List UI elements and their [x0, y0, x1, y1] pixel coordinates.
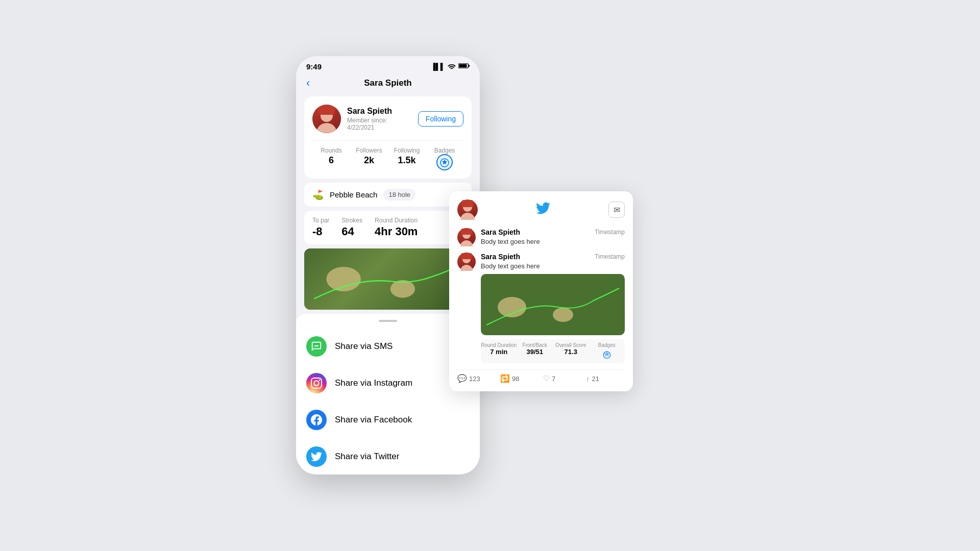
- tweet-stat-score: Overall Score 71.3: [553, 342, 589, 360]
- tweet-stats-bar: Round Duration 7 min Front/Back 39/51 Ov…: [481, 339, 625, 363]
- tweet-share-action[interactable]: ↑ 21: [586, 374, 625, 383]
- tweet2-name: Sara Spieth: [481, 253, 520, 261]
- tweet2-timestamp: Timestamp: [595, 253, 625, 260]
- twitter-card-header: ✉: [457, 199, 625, 220]
- comment-count: 123: [469, 375, 480, 383]
- svg-point-24: [498, 297, 526, 317]
- sms-label: Share via SMS: [335, 341, 393, 352]
- mail-icon[interactable]: ✉: [608, 202, 625, 218]
- battery-icon: [458, 63, 470, 70]
- like-icon: ♡: [543, 374, 550, 383]
- svg-point-3: [316, 123, 337, 133]
- sms-icon: [306, 336, 327, 357]
- stat-rounds: Rounds 6: [312, 147, 350, 170]
- share-twitter-item[interactable]: Share via Twitter: [296, 438, 480, 474]
- status-time: 9:49: [306, 62, 322, 71]
- course-bar: ⛳ Pebble Beach 18 hole: [304, 183, 472, 207]
- twitter-label: Share via Twitter: [335, 452, 399, 462]
- badge-icon: 5: [436, 154, 453, 170]
- profile-name: Sara Spieth: [347, 107, 412, 116]
- tweet-like-action[interactable]: ♡ 7: [543, 374, 582, 383]
- profile-info: Sara Spieth Member since: 4/22/2021: [347, 107, 412, 131]
- sheet-handle: [379, 320, 397, 322]
- following-button[interactable]: Following: [418, 111, 463, 127]
- instagram-label: Share via Instagram: [335, 378, 412, 388]
- signal-icon: ▐▌▌: [431, 63, 445, 70]
- share-icon: ↑: [586, 374, 590, 383]
- tweet-stat-duration: Round Duration 7 min: [481, 342, 517, 360]
- tweet2-body: Body text goes here: [481, 262, 625, 270]
- comment-icon: 💬: [457, 374, 467, 383]
- retweet-count: 98: [512, 375, 519, 383]
- svg-point-17: [460, 240, 473, 246]
- stats-row: Rounds 6 Followers 2k Following 1.5k Bad…: [312, 140, 463, 170]
- twitter-preview-card: ✉ Sara Spieth Timestamp Body text goes h…: [449, 191, 633, 391]
- wifi-icon: [448, 63, 456, 70]
- tweet-stat-badges: Badges 9: [589, 342, 625, 360]
- stat-duration: Round Duration 4hr 30m: [375, 217, 418, 238]
- svg-point-11: [314, 345, 316, 347]
- svg-text:9: 9: [606, 353, 607, 356]
- svg-point-13: [317, 345, 318, 347]
- tweet-1: Sara Spieth Timestamp Body text goes her…: [457, 228, 625, 246]
- svg-rect-16: [461, 200, 474, 207]
- tweet1-timestamp: Timestamp: [595, 229, 625, 236]
- twitter-share-icon: [306, 446, 327, 467]
- svg-point-20: [460, 265, 473, 271]
- retweet-icon: 🔁: [500, 374, 510, 383]
- stat-to-par: To par -8: [312, 217, 329, 238]
- status-icons: ▐▌▌: [431, 63, 470, 70]
- svg-rect-19: [461, 229, 472, 235]
- stat-badges: Badges 5: [426, 147, 463, 170]
- svg-point-14: [460, 213, 475, 220]
- round-stats: To par -8 Strokes 64 Round Duration 4hr …: [304, 211, 472, 244]
- tweet2-content: Sara Spieth Timestamp Body text goes her…: [481, 253, 625, 363]
- svg-point-9: [326, 267, 361, 291]
- share-count: 21: [592, 375, 599, 383]
- tweet1-content: Sara Spieth Timestamp Body text goes her…: [481, 228, 625, 246]
- instagram-icon: [306, 373, 327, 393]
- facebook-icon: [306, 410, 327, 430]
- tweet1-avatar: [457, 228, 476, 246]
- svg-rect-1: [469, 65, 470, 67]
- facebook-label: Share via Facebook: [335, 415, 412, 425]
- stat-strokes: Strokes 64: [341, 217, 362, 238]
- tweet1-body: Body text goes here: [481, 238, 625, 245]
- tweet-map-image: [481, 274, 625, 335]
- tweet-retweet-action[interactable]: 🔁 98: [500, 374, 539, 383]
- back-button[interactable]: ‹: [306, 77, 310, 90]
- svg-rect-2: [459, 64, 467, 67]
- svg-rect-22: [461, 253, 472, 259]
- status-bar: 9:49 ▐▌▌: [296, 56, 480, 74]
- stat-following: Following 1.5k: [388, 147, 426, 170]
- tweet-2: Sara Spieth Timestamp Body text goes her…: [457, 253, 625, 363]
- share-facebook-item[interactable]: Share via Facebook: [296, 402, 480, 438]
- tweet-stat-frontback: Front/Back 39/51: [517, 342, 553, 360]
- svg-rect-5: [318, 106, 335, 115]
- svg-text:5: 5: [444, 160, 446, 165]
- svg-point-12: [316, 345, 317, 347]
- course-name: Pebble Beach: [330, 190, 377, 199]
- tweet2-avatar: [457, 253, 476, 271]
- profile-since: Member since: 4/22/2021: [347, 117, 412, 131]
- tweet-comment-action[interactable]: 💬 123: [457, 374, 496, 383]
- svg-point-25: [553, 308, 573, 322]
- stat-followers: Followers 2k: [350, 147, 388, 170]
- nav-bar: ‹ Sara Spieth: [296, 74, 480, 92]
- twitter-header-avatar: [457, 199, 478, 220]
- like-count: 7: [552, 375, 555, 383]
- twitter-bird-icon: [535, 201, 551, 219]
- course-icon: ⛳: [312, 189, 324, 201]
- tweet1-name: Sara Spieth: [481, 228, 520, 236]
- avatar: [312, 105, 341, 133]
- course-holes: 18 hole: [383, 189, 415, 201]
- tweet-actions: 💬 123 🔁 98 ♡ 7 ↑ 21: [457, 369, 625, 383]
- profile-card: Sara Spieth Member since: 4/22/2021 Foll…: [304, 96, 472, 179]
- course-map: [304, 248, 472, 310]
- page-title: Sara Spieth: [364, 78, 412, 88]
